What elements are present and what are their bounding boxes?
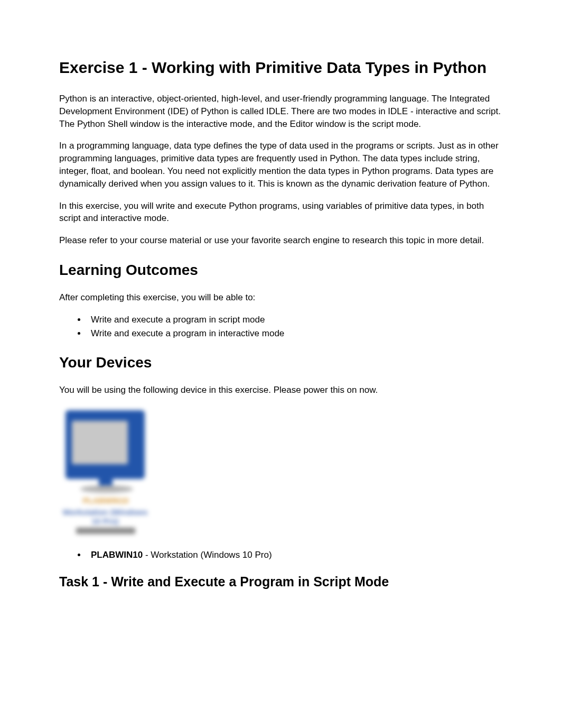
your-devices-intro: You will be using the following device i… xyxy=(59,384,502,397)
learning-outcomes-heading: Learning Outcomes xyxy=(59,262,502,279)
device-image: PLABWIN10 Workstation (Windows 10 Pro) xyxy=(59,406,152,538)
intro-paragraph-1: Python is an interactive, object-oriente… xyxy=(59,93,502,130)
intro-paragraph-3: In this exercise, you will write and exe… xyxy=(59,200,502,225)
list-item: Write and execute a program in script mo… xyxy=(87,314,502,326)
screen-icon xyxy=(72,421,128,464)
device-name: PLABWIN10 xyxy=(91,550,143,560)
learning-outcomes-list: Write and execute a program in script mo… xyxy=(59,314,502,340)
device-blur-label-3 xyxy=(76,528,135,534)
task-1-heading: Task 1 - Write and Execute a Program in … xyxy=(59,574,502,589)
device-description: - Workstation (Windows 10 Pro) xyxy=(143,550,272,560)
device-blur-label-2: Workstation (Windows 10 Pro) xyxy=(60,508,150,526)
base-icon xyxy=(80,485,133,493)
learning-outcomes-intro: After completing this exercise, you will… xyxy=(59,291,502,304)
device-blur-label-1: PLABWIN10 xyxy=(71,496,141,503)
your-devices-heading: Your Devices xyxy=(59,354,502,371)
intro-paragraph-4: Please refer to your course material or … xyxy=(59,234,502,247)
list-item: PLABWIN10 - Workstation (Windows 10 Pro) xyxy=(87,549,502,561)
device-list: PLABWIN10 - Workstation (Windows 10 Pro) xyxy=(59,549,502,561)
list-item: Write and execute a program in interacti… xyxy=(87,327,502,340)
page-title: Exercise 1 - Working with Primitive Data… xyxy=(59,57,502,78)
intro-paragraph-2: In a programming language, data type def… xyxy=(59,140,502,190)
